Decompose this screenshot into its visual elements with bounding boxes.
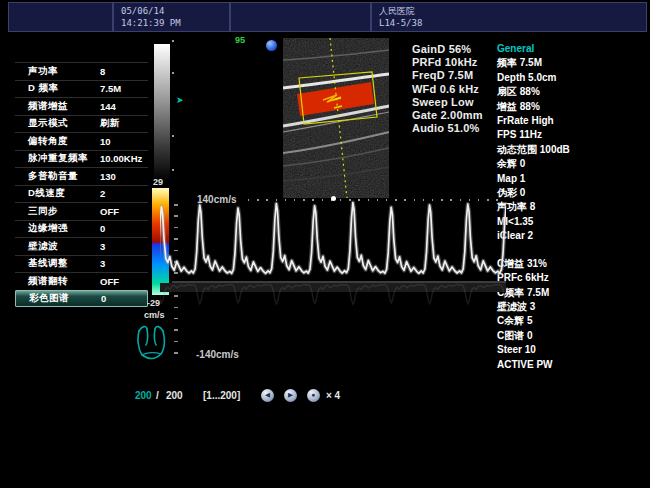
status-line: C图谱 0 <box>497 329 647 343</box>
ultrasound-screen: 05/06/14 14:21:39 PM 人民医院 L14-5/38 声功率8D… <box>0 0 650 488</box>
param-label: 偏转角度 <box>15 135 68 148</box>
param-value: 3 <box>100 258 105 269</box>
b-gain-value: 95 <box>235 35 245 45</box>
prev-frame-button[interactable]: ◀ <box>261 389 274 402</box>
param-row[interactable]: 多普勒音量130 <box>15 167 148 185</box>
doppler-param-line: Audio 51.0% <box>412 122 483 135</box>
param-label: 边缘增强 <box>15 222 68 235</box>
right-status-panel: General 频率 7.5MDepth 5.0cm扇区 88%增益 88%Fr… <box>497 42 647 372</box>
total-frames: 200 <box>166 390 183 401</box>
b-mode-image[interactable] <box>283 38 389 198</box>
param-value: 2 <box>100 188 105 199</box>
playback-speed: × 4 <box>326 390 340 401</box>
param-row[interactable]: 显示模式刷新 <box>15 115 148 133</box>
spectral-trace-glow <box>160 203 506 274</box>
param-value: 刷新 <box>100 117 119 130</box>
focus-ball-icon <box>266 40 277 51</box>
param-label: 脉冲重复频率 <box>15 152 88 165</box>
play-frame-button[interactable]: ▶ <box>284 389 297 402</box>
status-line: 余辉 0 <box>497 157 647 171</box>
param-row[interactable]: 三同步OFF <box>15 202 148 220</box>
param-row[interactable]: 脉冲重复频率10.00KHz <box>15 150 148 168</box>
param-row[interactable]: 声功率8 <box>15 62 148 80</box>
status-line: Steer 10 <box>497 343 647 357</box>
status-line: C余辉 5 <box>497 314 647 328</box>
titlebar-box-blank-left <box>8 2 113 32</box>
doppler-param-line: PRFd 10kHz <box>412 56 483 69</box>
status-line: PRFc 6kHz <box>497 271 647 285</box>
param-row[interactable]: 偏转角度10 <box>15 132 148 150</box>
param-row[interactable]: D 频率7.5M <box>15 80 148 98</box>
depth-marker <box>172 169 174 171</box>
status-line: 扇区 88% <box>497 85 647 99</box>
velocity-scale-min: -140cm/s <box>196 349 239 360</box>
param-row[interactable]: 彩色图谱0 <box>15 290 148 308</box>
doppler-param-line: Sweep Low <box>412 96 483 109</box>
param-row[interactable]: D线速度2 <box>15 185 148 203</box>
param-value: 0 <box>101 293 106 304</box>
probe-model: L14-5/38 <box>372 17 646 29</box>
date-text: 05/06/14 <box>114 3 229 17</box>
frame-separator: / <box>156 390 159 401</box>
stop-icon: ● <box>312 392 316 399</box>
param-label: 壁滤波 <box>15 240 58 253</box>
focus-arrow-icon[interactable]: ➤ <box>176 96 184 105</box>
depth-marker <box>172 40 174 42</box>
status-line: 壁滤波 3 <box>497 300 647 314</box>
param-label: 声功率 <box>15 65 58 78</box>
status-line: 动态范围 100dB <box>497 143 647 157</box>
param-value: 0 <box>100 223 105 234</box>
param-row[interactable]: 壁滤波3 <box>15 237 148 255</box>
status-line: Map 1 <box>497 172 647 186</box>
b-mode-status-group: 频率 7.5MDepth 5.0cm扇区 88%增益 88%FrRate Hig… <box>497 56 647 243</box>
param-label: 多普勒音量 <box>15 170 78 183</box>
param-label: D线速度 <box>15 187 65 200</box>
frame-range: [1...200] <box>203 390 240 401</box>
hospital-box: 人民医院 L14-5/38 <box>371 2 647 32</box>
datetime-box: 05/06/14 14:21:39 PM <box>113 2 230 32</box>
param-value: OFF <box>100 276 119 287</box>
depth-marker <box>172 135 174 137</box>
grayscale-bar <box>154 44 170 181</box>
param-value: OFF <box>100 206 119 217</box>
status-line: 频率 7.5M <box>497 56 647 70</box>
speckle-texture <box>283 38 389 198</box>
spectral-trace <box>160 203 506 274</box>
stop-frame-button[interactable]: ● <box>307 389 320 402</box>
status-line: Depth 5.0cm <box>497 71 647 85</box>
status-line: FrRate High <box>497 114 647 128</box>
doppler-param-line: GainD 56% <box>412 43 483 56</box>
title-bar: 05/06/14 14:21:39 PM 人民医院 L14-5/38 <box>8 2 647 32</box>
hospital-name: 人民医院 <box>372 3 646 17</box>
param-value: 10.00KHz <box>100 153 142 164</box>
param-value: 10 <box>100 136 111 147</box>
status-line: ACTIVE PW <box>497 358 647 372</box>
depth-marker <box>172 72 174 74</box>
status-line: 声功率 8 <box>497 200 647 214</box>
param-label: 显示模式 <box>15 117 68 130</box>
right-panel-header: General <box>497 42 647 56</box>
next-frame-icon: ▶ <box>288 392 293 399</box>
time-text: 14:21:39 PM <box>114 17 229 29</box>
param-label: 频谱增益 <box>15 100 68 113</box>
param-value: 8 <box>100 66 105 77</box>
param-value: 130 <box>100 171 116 182</box>
spectral-waveform[interactable] <box>160 196 506 372</box>
color-mode-status-group: C增益 31%PRFc 6kHzC频率 7.5M壁滤波 3C余辉 5C图谱 0S… <box>497 257 647 372</box>
param-label: 频谱翻转 <box>15 275 68 288</box>
param-row[interactable]: 边缘增强0 <box>15 220 148 238</box>
prev-frame-icon: ◀ <box>265 392 270 399</box>
param-row[interactable]: 频谱翻转OFF <box>15 272 148 290</box>
doppler-param-line: Gate 2.00mm <box>412 109 483 122</box>
color-scale-max: 29 <box>153 177 163 187</box>
param-label: 彩色图谱 <box>16 292 69 305</box>
below-baseline-noise <box>160 283 506 292</box>
param-row[interactable]: 频谱增益144 <box>15 97 148 115</box>
status-line: C频率 7.5M <box>497 286 647 300</box>
status-line: 伪彩 0 <box>497 186 647 200</box>
param-label: D 频率 <box>15 82 59 95</box>
param-row[interactable]: 基线调整3 <box>15 255 148 273</box>
status-line: 增益 88% <box>497 100 647 114</box>
param-value: 3 <box>100 241 105 252</box>
status-line: iClear 2 <box>497 229 647 243</box>
